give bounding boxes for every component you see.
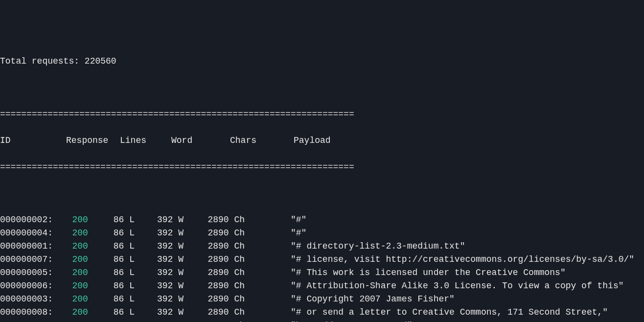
table-row: 000000003: 20086 L392 W2890 Ch "# Copyri…	[0, 293, 644, 306]
results-body: 000000002: 20086 L392 W2890 Ch "#"000000…	[0, 213, 644, 322]
row-lines: 86 L	[105, 266, 152, 279]
row-lines: 86 L	[105, 306, 152, 319]
table-row: 000000002: 20086 L392 W2890 Ch "#"	[0, 213, 644, 227]
row-id: 000000004:	[0, 227, 56, 240]
total-value: 220560	[85, 56, 116, 66]
row-payload: "#"	[291, 213, 306, 227]
row-chars: 2890 Ch	[203, 293, 264, 306]
header-payload: Payload	[294, 134, 331, 147]
row-chars: 2890 Ch	[203, 227, 264, 240]
row-lines: 86 L	[105, 240, 152, 253]
row-payload: "#"	[291, 227, 306, 240]
row-word: 392 W	[152, 227, 203, 240]
row-response: 200	[72, 215, 88, 225]
row-id: 000000014:	[0, 319, 56, 322]
row-lines: 86 L	[105, 213, 152, 227]
row-word: 392 W	[152, 253, 203, 266]
row-id: 000000007:	[0, 253, 56, 266]
row-chars: 2890 Ch	[203, 319, 264, 322]
row-id: 000000002:	[0, 213, 56, 227]
row-response: 200	[72, 241, 88, 251]
row-chars: 2890 Ch	[203, 279, 264, 293]
row-word: 392 W	[152, 319, 203, 322]
row-payload: "# This work is licensed under the Creat…	[291, 266, 566, 279]
row-response: 200	[72, 268, 88, 277]
row-payload: "# Copyright 2007 James Fisher"	[291, 293, 455, 306]
row-payload: "http://192.168.1.106/"	[291, 319, 412, 322]
row-lines: 86 L	[105, 227, 152, 240]
table-row: 000000001: 20086 L392 W2890 Ch "# direct…	[0, 240, 644, 253]
row-id: 000000003:	[0, 293, 56, 306]
row-payload: "# Attribution-Share Alike 3.0 License. …	[291, 279, 624, 293]
row-word: 392 W	[152, 240, 203, 253]
row-payload: "# directory-list-2.3-medium.txt"	[291, 240, 465, 253]
table-row: 000000008: 20086 L392 W2890 Ch "# or sen…	[0, 306, 644, 319]
row-response: 200	[72, 294, 88, 304]
row-lines: 86 L	[105, 293, 152, 306]
row-id: 000000006:	[0, 279, 56, 293]
row-payload: "# or send a letter to Creative Commons,…	[291, 306, 608, 319]
row-word: 392 W	[152, 279, 203, 293]
header-chars: Chars	[230, 134, 294, 147]
row-response: 200	[72, 228, 88, 238]
header-lines: Lines	[120, 134, 171, 147]
row-lines: 86 L	[105, 279, 152, 293]
row-chars: 2890 Ch	[203, 240, 264, 253]
row-word: 392 W	[152, 293, 203, 306]
header-row: IDResponseLinesWordCharsPayload	[0, 134, 644, 147]
blank-line	[0, 81, 644, 94]
table-row: 000000006: 20086 L392 W2890 Ch "# Attrib…	[0, 279, 644, 293]
table-row: 000000007: 20086 L392 W2890 Ch "# licens…	[0, 253, 644, 266]
divider-bottom: ========================================…	[0, 161, 644, 174]
row-response: 200	[72, 254, 88, 264]
table-row: 000000004: 20086 L392 W2890 Ch "#"	[0, 227, 644, 240]
row-id: 000000008:	[0, 306, 56, 319]
row-chars: 2890 Ch	[203, 266, 264, 279]
divider-top: ========================================…	[0, 108, 644, 121]
row-chars: 2890 Ch	[203, 253, 264, 266]
row-lines: 86 L	[105, 253, 152, 266]
header-response: Response	[66, 134, 120, 147]
table-row: 000000005: 20086 L392 W2890 Ch "# This w…	[0, 266, 644, 279]
row-chars: 2890 Ch	[203, 306, 264, 319]
row-chars: 2890 Ch	[203, 213, 264, 227]
row-word: 392 W	[152, 266, 203, 279]
total-requests: Total requests: 220560	[0, 55, 644, 68]
row-payload: "# license, visit http://creativecommons…	[291, 253, 634, 266]
blank-line	[0, 187, 644, 200]
total-label: Total requests:	[0, 56, 79, 66]
row-response: 200	[72, 307, 88, 317]
row-lines: 86 L	[105, 319, 152, 322]
table-row: 000000014: 20086 L392 W2890 Ch "http://1…	[0, 319, 644, 322]
header-id: ID	[0, 134, 66, 147]
row-word: 392 W	[152, 213, 203, 227]
row-response: 200	[72, 281, 88, 291]
row-word: 392 W	[152, 306, 203, 319]
row-id: 000000001:	[0, 240, 56, 253]
row-id: 000000005:	[0, 266, 56, 279]
header-word: Word	[171, 134, 230, 147]
